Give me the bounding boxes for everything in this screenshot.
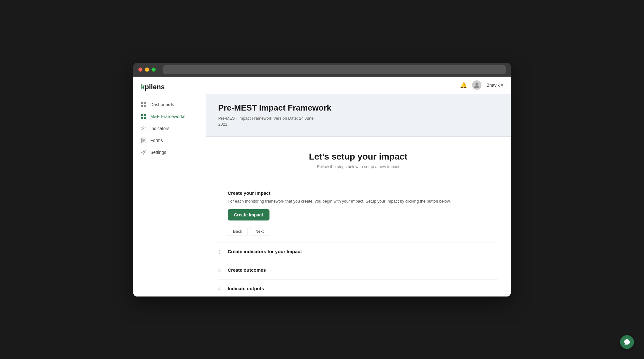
svg-rect-6	[141, 117, 143, 119]
step-item-4[interactable]: 4 Indicate outputs	[218, 280, 498, 296]
top-header: 🔔 Bhavik ▾	[206, 77, 511, 94]
sidebar-item-settings[interactable]: Settings	[133, 146, 206, 158]
list-check-icon	[141, 126, 147, 131]
next-button[interactable]: Next	[250, 227, 269, 236]
page-subtitle: Pre-MEST Impact Framework Version Date: …	[218, 115, 498, 128]
step-nav-buttons: Back Next	[228, 227, 498, 236]
grid-icon-mne	[141, 114, 147, 119]
step-title-2: Create indicators for your Impact	[228, 249, 498, 254]
svg-rect-2	[141, 105, 143, 107]
svg-rect-3	[144, 105, 146, 107]
maximize-button[interactable]	[152, 68, 156, 72]
step-title-1: Create your Impact	[228, 190, 498, 196]
logo-text: pilens	[145, 83, 165, 91]
step-number-3: 3	[218, 268, 228, 273]
user-menu[interactable]: Bhavik ▾	[486, 83, 503, 88]
browser-window: kpilens Dashboards	[133, 63, 511, 296]
grid-icon	[141, 102, 147, 107]
sidebar-label-dashboards: Dashboards	[150, 102, 174, 107]
svg-rect-7	[144, 117, 146, 119]
step-number-2: 2	[218, 249, 228, 254]
svg-rect-4	[141, 114, 143, 116]
user-name-text: Bhavik	[486, 83, 500, 88]
wizard-heading: Let's setup your impact	[218, 152, 498, 162]
subtitle-line1: Pre-MEST Impact Framework Version Date: …	[218, 116, 314, 121]
step-title-3: Create outcomes	[228, 267, 498, 273]
subtitle-line2: 2021	[218, 122, 227, 127]
browser-titlebar	[133, 63, 511, 77]
chat-bubble[interactable]	[620, 335, 634, 349]
address-bar[interactable]	[163, 65, 506, 74]
sidebar-label-forms: Forms	[150, 138, 163, 143]
close-button[interactable]	[138, 68, 142, 72]
step-item-1: Create your Impact For each monitoring f…	[218, 184, 498, 243]
step-content-2: Create indicators for your Impact	[228, 249, 498, 254]
svg-rect-1	[144, 102, 146, 104]
logo-k: k	[141, 83, 145, 91]
avatar	[472, 80, 481, 90]
app-container: kpilens Dashboards	[133, 77, 511, 296]
header-right: 🔔 Bhavik ▾	[460, 80, 503, 90]
step-title-4: Indicate outputs	[228, 286, 498, 291]
sidebar-item-forms[interactable]: Forms	[133, 134, 206, 146]
step-content-4: Indicate outputs	[228, 286, 498, 291]
sidebar-item-mne-frameworks[interactable]: M&E Frameworks	[133, 111, 206, 122]
gear-icon	[141, 150, 147, 155]
main-content: 🔔 Bhavik ▾ Pre-M	[206, 77, 511, 296]
page-title: Pre-MEST Impact Framework	[218, 103, 498, 113]
document-icon	[141, 138, 147, 143]
minimize-button[interactable]	[145, 68, 149, 72]
step-number-4: 4	[218, 286, 228, 291]
page-area: Pre-MEST Impact Framework Pre-MEST Impac…	[206, 94, 511, 296]
svg-rect-5	[144, 114, 146, 116]
notification-icon[interactable]: 🔔	[460, 82, 467, 89]
sidebar-item-dashboards[interactable]: Dashboards	[133, 99, 206, 111]
back-button[interactable]: Back	[228, 227, 247, 236]
sidebar: kpilens Dashboards	[133, 77, 206, 296]
svg-rect-0	[141, 102, 143, 104]
sidebar-label-indicators: Indicators	[150, 126, 169, 131]
sidebar-label-mne: M&E Frameworks	[150, 114, 185, 119]
step-content-3: Create outcomes	[228, 267, 498, 273]
sidebar-item-indicators[interactable]: Indicators	[133, 122, 206, 134]
wizard-container: Let's setup your impact Follow the steps…	[206, 137, 511, 296]
create-impact-button[interactable]: Create Impact	[228, 209, 269, 220]
wizard-subheading: Follow the steps below to setup a new im…	[218, 164, 498, 169]
step-item-2[interactable]: 2 Create indicators for your Impact	[218, 242, 498, 261]
svg-point-14	[143, 151, 145, 153]
svg-point-15	[475, 83, 478, 85]
step-content-1: Create your Impact For each monitoring f…	[228, 190, 498, 236]
page-header: Pre-MEST Impact Framework Pre-MEST Impac…	[206, 94, 511, 137]
step-description-1: For each monitoring framework that you c…	[228, 198, 498, 204]
logo: kpilens	[133, 83, 206, 99]
sidebar-label-settings: Settings	[150, 150, 166, 155]
step-item-3[interactable]: 3 Create outcomes	[218, 261, 498, 280]
chevron-down-icon: ▾	[501, 83, 503, 88]
